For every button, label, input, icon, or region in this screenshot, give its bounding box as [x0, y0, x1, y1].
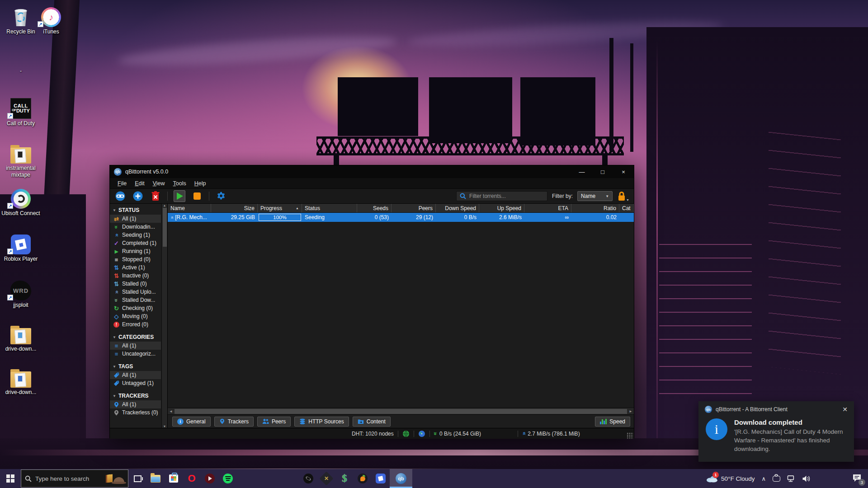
trackers-section-header[interactable]: ▼TRACKERS — [110, 391, 161, 400]
column-header-ratio[interactable]: Ratio — [571, 204, 619, 212]
add-torrent-file-button[interactable] — [132, 190, 144, 202]
menu-edit[interactable]: Edit — [131, 179, 149, 188]
column-header-size[interactable]: Size — [211, 204, 258, 212]
filter-status-all[interactable]: ⇄All (1) — [110, 215, 161, 223]
filter-status-running[interactable]: ▶Running (1) — [110, 247, 161, 255]
empty-table-area[interactable] — [168, 222, 634, 408]
desktop-icon-drive-download-2[interactable]: drive-down... — [0, 365, 42, 396]
horizontal-scrollbar[interactable]: ◄ ► — [168, 408, 634, 414]
tray-network-icon[interactable] — [787, 475, 795, 482]
desktop-icon-dash[interactable]: - — [0, 68, 42, 75]
scroll-down-arrow-icon[interactable]: ▼ — [163, 425, 166, 428]
column-header-seeds[interactable]: Seeds — [357, 204, 392, 212]
tray-volume-icon[interactable] — [802, 475, 811, 482]
connection-globe-icon[interactable] — [402, 430, 410, 437]
search-input[interactable] — [469, 193, 544, 199]
tab-http-sources[interactable]: HTTP Sources — [294, 417, 349, 427]
filter-status-stalled-downloading[interactable]: »Stalled Dow... — [110, 296, 161, 304]
menu-tools[interactable]: Tools — [169, 179, 190, 188]
scrollbar-thumb[interactable] — [163, 208, 167, 247]
filter-by-dropdown[interactable]: Name ▼ — [577, 191, 613, 201]
tray-chevron-up-icon[interactable]: ∧ — [761, 475, 766, 482]
menu-view[interactable]: View — [149, 179, 169, 188]
column-header-down-speed[interactable]: Down Speed — [436, 204, 479, 212]
action-center-button[interactable]: 3 — [852, 474, 862, 484]
desktop-icon-instramental-mixtape[interactable]: instramental mixtape — [0, 141, 42, 178]
filter-tracker-all[interactable]: All (1) — [110, 400, 161, 408]
resume-button[interactable] — [174, 190, 185, 202]
categories-section-header[interactable]: ▼CATEGORIES — [110, 333, 161, 342]
taskbar-roblox[interactable] — [372, 469, 390, 488]
scroll-left-arrow-icon[interactable]: ◄ — [168, 409, 174, 413]
taskbar-spotify[interactable] — [219, 469, 237, 488]
filter-tag-untagged[interactable]: Untagged (1) — [110, 379, 161, 387]
taskbar-app-atom[interactable] — [299, 469, 317, 488]
tab-general[interactable]: iGeneral — [172, 417, 211, 427]
taskbar-search-input[interactable] — [35, 475, 102, 482]
title-bar[interactable]: qb qBittorrent v5.0.0 — □ × — [110, 165, 634, 178]
desktop-icon-itunes[interactable]: ♪ ↗ iTunes — [30, 5, 72, 35]
desktop-icon-jjsploit[interactable]: WRD ↗ jjsploit — [0, 278, 42, 309]
tray-weather-widget[interactable]: 1 50°F Cloudy — [706, 474, 755, 483]
delete-torrent-button[interactable] — [150, 190, 161, 202]
desktop-icon-call-of-duty[interactable]: CALL OFDUTY ↗ Call of Duty — [0, 96, 42, 127]
filter-category-uncategorized[interactable]: ≡Uncategoriz... — [110, 350, 161, 358]
column-header-category[interactable]: Cat — [619, 204, 634, 212]
speed-widget-button[interactable]: Speed — [595, 417, 630, 427]
column-header-progress[interactable]: Progress▲ — [258, 204, 302, 212]
taskbar-file-explorer[interactable] — [146, 469, 165, 488]
column-header-up-speed[interactable]: Up Speed — [479, 204, 524, 212]
scroll-up-arrow-icon[interactable]: ▲ — [163, 204, 166, 207]
status-section-header[interactable]: ▼STATUS — [110, 206, 161, 215]
filter-status-checking[interactable]: ↻Checking (0) — [110, 304, 161, 312]
taskbar-fl-studio[interactable] — [354, 469, 372, 488]
add-torrent-link-button[interactable] — [114, 190, 126, 202]
maximize-button[interactable]: □ — [592, 165, 613, 178]
stop-button[interactable] — [191, 190, 203, 202]
desktop-icon-ubisoft-connect[interactable]: ↗ Ubisoft Connect — [0, 186, 42, 217]
window-resize-grip[interactable] — [627, 432, 633, 439]
notification-toast[interactable]: qb qBittorrent - A Bittorrent Client ✕ i… — [698, 401, 854, 462]
search-highlight-art[interactable] — [106, 474, 124, 483]
taskbar-microsoft-store[interactable] — [165, 469, 183, 488]
torrent-row-selected[interactable]: »[R.G. Mech... 29.25 GiB 100% Seeding 0 … — [168, 213, 634, 222]
toast-close-button[interactable]: ✕ — [842, 406, 848, 413]
taskbar-app-dollar[interactable]: $ — [335, 469, 354, 488]
desktop-icon-roblox-player[interactable]: ↗ Roblox Player — [0, 232, 42, 263]
filter-status-active[interactable]: ⇅Active (1) — [110, 263, 161, 272]
taskbar-search-box[interactable] — [21, 469, 128, 488]
close-button[interactable]: × — [613, 165, 634, 178]
filter-status-seeding[interactable]: »Seeding (1) — [110, 231, 161, 239]
tags-section-header[interactable]: ▼TAGS — [110, 362, 161, 371]
menu-help[interactable]: Help — [190, 179, 210, 188]
filter-status-moving[interactable]: ◇Moving (0) — [110, 312, 161, 320]
filter-status-stalled-uploading[interactable]: »Stalled Uplo... — [110, 288, 161, 296]
options-button[interactable] — [215, 190, 227, 202]
start-button[interactable] — [0, 469, 21, 488]
column-header-name[interactable]: Name — [168, 204, 211, 212]
minimize-button[interactable]: — — [571, 165, 592, 178]
scroll-right-arrow-icon[interactable]: ► — [627, 409, 634, 413]
filter-status-completed[interactable]: ✓Completed (1) — [110, 239, 161, 247]
torrent-search-box[interactable] — [456, 191, 547, 201]
tab-peers[interactable]: Peers — [257, 417, 291, 427]
filter-tag-all[interactable]: All (1) — [110, 371, 161, 379]
tray-device-icon[interactable] — [773, 476, 780, 482]
filter-status-stalled[interactable]: ⇅Stalled (0) — [110, 280, 161, 288]
filter-status-stopped[interactable]: ■Stopped (0) — [110, 255, 161, 263]
filter-tracker-trackerless[interactable]: Trackerless (0) — [110, 408, 161, 417]
menu-file[interactable]: File — [113, 179, 131, 188]
sidebar-scrollbar[interactable]: ▲ ▼ — [161, 204, 167, 428]
tab-content[interactable]: Content — [353, 417, 391, 427]
taskbar-qbittorrent-active[interactable]: qb — [390, 469, 412, 488]
taskbar-media-player[interactable] — [201, 469, 219, 488]
tab-trackers[interactable]: Trackers — [214, 417, 254, 427]
column-header-peers[interactable]: Peers — [392, 204, 436, 212]
filter-category-all[interactable]: ≡All (1) — [110, 342, 161, 350]
scrollbar-thumb[interactable] — [175, 409, 627, 414]
desktop-icon-drive-download-1[interactable]: drive-down... — [0, 322, 42, 352]
filter-status-errored[interactable]: !Errored (0) — [110, 320, 161, 328]
speed-limits-icon[interactable] — [418, 430, 425, 437]
filter-status-inactive[interactable]: ⇅Inactive (0) — [110, 272, 161, 280]
taskbar-opera[interactable]: O — [183, 469, 201, 488]
